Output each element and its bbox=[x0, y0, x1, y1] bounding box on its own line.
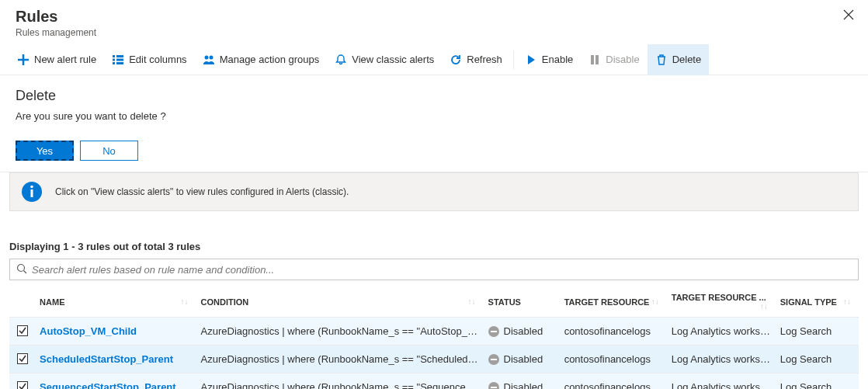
toolbar-label: New alert rule bbox=[34, 54, 96, 65]
disabled-icon bbox=[488, 354, 499, 365]
rules-table: Name↑↓ Condition↑↓ Status Target Resourc… bbox=[0, 287, 868, 389]
table-row[interactable]: ScheduledStartStop_ParentAzureDiagnostic… bbox=[9, 346, 859, 373]
plus-icon bbox=[17, 54, 30, 66]
page-subtitle: Rules management bbox=[16, 27, 852, 38]
play-icon bbox=[525, 54, 537, 66]
row-condition-cell: AzureDiagnostics | where (RunbookName_s … bbox=[196, 346, 484, 373]
row-target-cell: contosofinancelogs bbox=[560, 373, 667, 390]
svg-point-12 bbox=[30, 186, 33, 189]
yes-button[interactable]: Yes bbox=[16, 141, 74, 161]
info-icon bbox=[19, 179, 44, 204]
view-classic-alerts-button[interactable]: View classic alerts bbox=[327, 44, 442, 75]
row-target-type-cell: Log Analytics worksp... bbox=[667, 318, 776, 346]
row-checkbox-cell[interactable] bbox=[9, 346, 35, 373]
svg-point-7 bbox=[209, 55, 213, 59]
search-icon bbox=[16, 263, 27, 276]
row-target-cell: contosofinancelogs bbox=[560, 318, 667, 346]
toolbar-label: Enable bbox=[542, 54, 573, 65]
dialog-buttons: Yes No bbox=[0, 130, 868, 172]
svg-rect-4 bbox=[116, 58, 123, 61]
row-name-cell: AutoStop_VM_Child bbox=[35, 318, 196, 346]
status-text: Disabled bbox=[504, 353, 543, 365]
delete-button[interactable]: Delete bbox=[648, 44, 710, 75]
search-input[interactable] bbox=[32, 264, 852, 276]
svg-rect-5 bbox=[116, 62, 123, 64]
dialog-message: Are you sure you want to delete ? bbox=[16, 110, 852, 122]
checkbox-icon[interactable] bbox=[17, 353, 28, 364]
toolbar-label: View classic alerts bbox=[352, 54, 434, 65]
no-button[interactable]: No bbox=[80, 141, 138, 161]
status-text: Disabled bbox=[504, 381, 543, 389]
row-target-cell: contosofinancelogs bbox=[560, 346, 667, 373]
edit-columns-button[interactable]: Edit columns bbox=[104, 44, 194, 75]
info-text: Click on "View classic alerts" to view r… bbox=[55, 186, 349, 197]
results-count: Displaying 1 - 3 rules out of total 3 ru… bbox=[0, 211, 868, 259]
row-signal-cell: Log Search bbox=[776, 346, 859, 373]
disabled-icon bbox=[488, 326, 499, 337]
row-signal-cell: Log Search bbox=[776, 318, 859, 346]
pause-icon bbox=[589, 54, 601, 66]
sort-icon: ↑↓ bbox=[760, 302, 768, 311]
sort-icon: ↑↓ bbox=[181, 297, 189, 306]
toolbar-label: Delete bbox=[672, 54, 702, 65]
svg-rect-1 bbox=[113, 58, 115, 61]
rule-name-link[interactable]: AutoStop_VM_Child bbox=[40, 325, 137, 337]
disable-button: Disable bbox=[581, 44, 647, 75]
rule-name-link[interactable]: SequencedStartStop_Parent bbox=[40, 381, 176, 389]
column-header-target-type[interactable]: Target Resource ...↑↓ bbox=[667, 287, 776, 318]
column-header-target[interactable]: Target Resource↑↓ bbox=[560, 287, 667, 318]
close-button[interactable] bbox=[843, 8, 854, 24]
row-status-cell: Disabled bbox=[484, 373, 560, 390]
row-status-cell: Disabled bbox=[484, 318, 560, 346]
row-name-cell: SequencedStartStop_Parent bbox=[35, 373, 196, 390]
svg-point-6 bbox=[204, 55, 208, 59]
page-title: Rules bbox=[16, 8, 852, 26]
row-condition-cell: AzureDiagnostics | where (RunbookName_s … bbox=[196, 373, 484, 390]
svg-point-13 bbox=[18, 264, 25, 271]
trash-icon bbox=[655, 54, 668, 66]
toolbar-label: Refresh bbox=[467, 54, 502, 65]
sort-icon: ↑↓ bbox=[843, 297, 851, 306]
svg-rect-0 bbox=[113, 55, 115, 57]
checkbox-icon[interactable] bbox=[17, 381, 28, 389]
delete-dialog: Delete Are you sure you want to delete ? bbox=[0, 75, 868, 130]
bell-icon bbox=[335, 54, 347, 66]
toolbar-label: Edit columns bbox=[129, 54, 186, 65]
table-row[interactable]: AutoStop_VM_ChildAzureDiagnostics | wher… bbox=[9, 318, 859, 346]
search-container bbox=[9, 259, 859, 280]
column-header-signal[interactable]: Signal Type↑↓ bbox=[776, 287, 859, 318]
svg-rect-8 bbox=[591, 55, 594, 64]
enable-button[interactable]: Enable bbox=[517, 44, 581, 75]
checkbox-icon[interactable] bbox=[17, 325, 28, 336]
manage-action-groups-button[interactable]: Manage action groups bbox=[195, 44, 328, 75]
toolbar-separator bbox=[513, 50, 514, 69]
info-banner: Click on "View classic alerts" to view r… bbox=[9, 172, 859, 211]
column-header-checkbox[interactable] bbox=[9, 287, 35, 318]
status-text: Disabled bbox=[504, 325, 543, 337]
toolbar-label: Disable bbox=[606, 54, 639, 65]
table-row[interactable]: SequencedStartStop_ParentAzureDiagnostic… bbox=[9, 373, 859, 390]
sort-icon: ↑↓ bbox=[651, 297, 659, 306]
row-checkbox-cell[interactable] bbox=[9, 318, 35, 346]
close-icon bbox=[843, 8, 854, 23]
row-status-cell: Disabled bbox=[484, 346, 560, 373]
dialog-title: Delete bbox=[16, 88, 852, 104]
row-checkbox-cell[interactable] bbox=[9, 373, 35, 390]
refresh-button[interactable]: Refresh bbox=[442, 44, 510, 75]
rule-name-link[interactable]: ScheduledStartStop_Parent bbox=[40, 353, 173, 365]
svg-rect-2 bbox=[113, 62, 115, 64]
row-name-cell: ScheduledStartStop_Parent bbox=[35, 346, 196, 373]
row-condition-cell: AzureDiagnostics | where (RunbookName_s … bbox=[196, 318, 484, 346]
row-target-type-cell: Log Analytics worksp... bbox=[667, 346, 776, 373]
column-header-status[interactable]: Status bbox=[484, 287, 560, 318]
toolbar-label: Manage action groups bbox=[220, 54, 320, 65]
group-icon bbox=[203, 54, 215, 66]
column-header-condition[interactable]: Condition↑↓ bbox=[196, 287, 484, 318]
table-header-row: Name↑↓ Condition↑↓ Status Target Resourc… bbox=[9, 287, 859, 318]
page-header: Rules Rules management bbox=[0, 0, 868, 44]
refresh-icon bbox=[450, 54, 462, 66]
new-alert-rule-button[interactable]: New alert rule bbox=[9, 44, 104, 75]
svg-rect-3 bbox=[116, 55, 123, 57]
column-header-name[interactable]: Name↑↓ bbox=[35, 287, 196, 318]
toolbar: New alert rule Edit columns Manage actio… bbox=[0, 44, 868, 75]
